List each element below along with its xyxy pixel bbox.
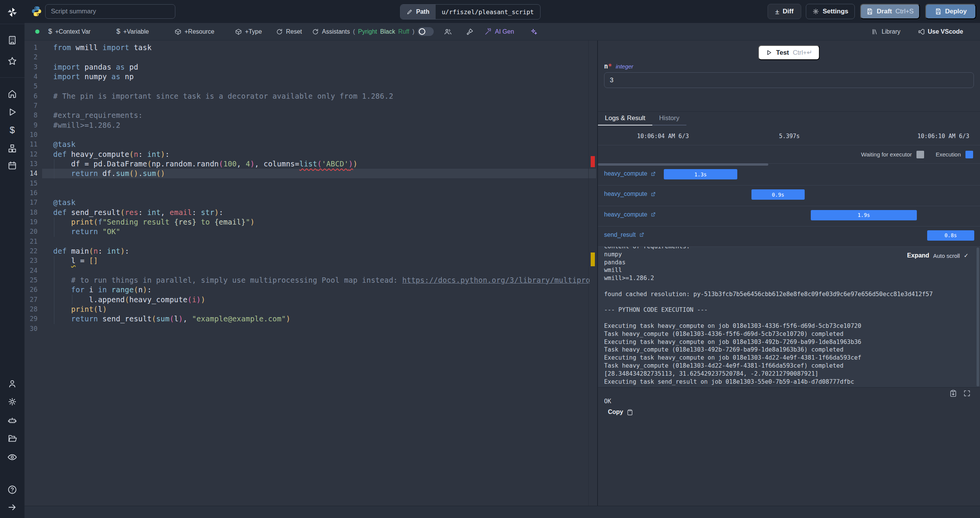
task-link[interactable]: heavy_compute (604, 211, 656, 218)
code-line[interactable]: return send_result(sum(l), "example@exam… (53, 314, 590, 324)
draft-button[interactable]: Draft Ctrl+S (860, 4, 920, 19)
use-vscode-button[interactable]: Use VScode (918, 23, 963, 40)
add-resource-button[interactable]: +Resource (175, 23, 214, 40)
code-line[interactable] (53, 324, 590, 334)
sidebar-item-workers robot-icon[interactable] (7, 415, 17, 425)
line-number: 8 (24, 111, 38, 120)
line-number: 10 (24, 130, 38, 140)
tab-logs-result[interactable]: Logs & Result (598, 112, 652, 125)
log-line: pandas (604, 259, 980, 267)
code-line[interactable]: print(f"Sending result {res} to {email}"… (53, 217, 590, 227)
script-summary-input[interactable] (45, 4, 175, 19)
diff-button[interactable]: ± Diff (768, 4, 801, 19)
task-link[interactable]: heavy_compute (604, 191, 656, 197)
code-line[interactable]: # to run things in parallel, simply use … (53, 275, 590, 285)
windmill-logo-icon[interactable] (7, 7, 18, 18)
code-line[interactable]: import numpy as np (53, 72, 590, 81)
reset-button[interactable]: Reset (276, 23, 302, 40)
code-line[interactable]: @task (53, 198, 590, 207)
code-line[interactable]: return df.sum().sum() (53, 169, 590, 178)
autoscroll-toggle[interactable]: Auto scroll (933, 252, 960, 259)
code-content[interactable]: from wmill import task import pandas as … (53, 43, 590, 334)
sidebar-item-settings gear-icon[interactable] (7, 397, 17, 407)
line-number: 27 (24, 295, 38, 305)
sidebar-item-audit eye-icon[interactable] (7, 452, 17, 462)
code-line[interactable] (53, 266, 590, 275)
code-line[interactable]: print(l) (53, 305, 590, 314)
legend-waiting-swatch (916, 151, 924, 158)
log-line: content of requirements: (604, 247, 980, 251)
sidebar-item-workspace building-icon[interactable] (7, 35, 17, 45)
code-line[interactable]: #wmill>=1.286.2 (53, 121, 590, 130)
argument-label: n* integer (604, 62, 633, 70)
code-line[interactable] (53, 52, 590, 62)
code-line[interactable]: df = pd.DataFrame(np.random.randn(100, 4… (53, 159, 590, 169)
code-line[interactable]: import pandas as pd (53, 62, 590, 72)
timeline-legend: Waiting for executor Execution (598, 145, 980, 164)
argument-n-input[interactable] (604, 72, 974, 88)
sidebar-item-schedules calendar-icon[interactable] (7, 161, 17, 171)
code-line[interactable]: # The pin is important since task is a d… (53, 91, 590, 101)
copy-result-icon[interactable] (949, 389, 957, 397)
expand-logs-button[interactable]: Expand (907, 252, 929, 259)
save-icon (866, 8, 873, 15)
code-line[interactable]: @task (53, 140, 590, 149)
task-link[interactable]: send_result (604, 231, 645, 238)
test-button[interactable]: Test Ctrl+↵ (758, 45, 820, 60)
code-line[interactable]: def send_result(res: int, email: str): (53, 208, 590, 217)
collapse-sidebar arrow-right-icon[interactable] (7, 502, 17, 512)
format-icon[interactable] (466, 23, 474, 40)
users-icon[interactable] (444, 23, 452, 40)
code-line[interactable]: from wmill import task (53, 43, 590, 52)
help-icon[interactable] (7, 485, 17, 495)
add-type-button[interactable]: +Type (235, 23, 262, 40)
logs-scrollbar[interactable] (977, 248, 979, 386)
sidebar-item-runs play-icon[interactable] (7, 107, 17, 117)
assistants-button[interactable]: Assistants (PyrightBlackRuff) (312, 23, 415, 40)
sidebar-item-resources boxes-icon[interactable] (7, 143, 17, 153)
code-line[interactable]: return "OK" (53, 227, 590, 236)
code-line[interactable] (53, 81, 590, 91)
line-number: 19 (24, 217, 38, 227)
diff-mode-toggle[interactable] (418, 23, 434, 40)
ai-gen-button[interactable]: AI Gen (485, 23, 514, 40)
deploy-button[interactable]: Deploy (925, 4, 976, 19)
code-line[interactable] (53, 130, 590, 140)
sidebar-item-variables dollar-icon[interactable]: $ (7, 125, 17, 135)
execution-bar[interactable]: 1.3s (664, 169, 737, 179)
sidebar-item-folders folder-icon[interactable] (7, 433, 17, 443)
add-variable-button[interactable]: $+Variable (116, 23, 149, 40)
line-number: 15 (24, 179, 38, 188)
code-line[interactable]: #extra_requirements: (53, 111, 590, 120)
code-line[interactable] (53, 237, 590, 246)
code-line[interactable]: l = [] (53, 256, 590, 266)
library-button[interactable]: Library (872, 23, 900, 40)
clipboard-icon (627, 409, 633, 415)
line-number: 1 (24, 43, 38, 52)
sidebar-item-account person-icon[interactable] (7, 379, 17, 389)
code-line[interactable]: l.append(heavy_compute(i)) (53, 295, 590, 305)
code-line[interactable] (53, 188, 590, 198)
legend-waiting-label: Waiting for executor (861, 151, 912, 158)
sidebar-item-favorites star-icon[interactable] (7, 56, 17, 66)
tab-history[interactable]: History (652, 112, 686, 125)
sparkles-icon[interactable] (530, 23, 537, 40)
execution-bar[interactable]: 1.9s (811, 210, 917, 220)
code-line[interactable] (53, 179, 590, 188)
add-context-var-button[interactable]: $+Context Var (48, 23, 91, 40)
copy-button[interactable]: Copy (608, 409, 633, 415)
fullscreen-icon[interactable] (963, 389, 971, 397)
code-line[interactable]: def main(n: int): (53, 246, 590, 256)
settings-button[interactable]: Settings (806, 4, 855, 19)
sidebar-item-home home-icon[interactable] (7, 89, 17, 99)
path-button[interactable]: Path u/rfiszel/pleasant_script (400, 4, 541, 20)
code-line[interactable] (53, 101, 590, 111)
code-editor[interactable]: 1234567891011121314151617181920212223242… (24, 41, 597, 506)
logs-content: content of requirements:numpypandaswmill… (604, 247, 980, 386)
task-link[interactable]: heavy_compute (604, 170, 656, 177)
execution-bar[interactable]: 0.9s (751, 189, 805, 200)
code-line[interactable]: def heavy_compute(n: int): (53, 150, 590, 159)
execution-bar[interactable]: 0.8s (927, 230, 974, 241)
logs-viewport[interactable]: content of requirements:numpypandaswmill… (598, 247, 980, 388)
code-line[interactable]: for i in range(n): (53, 285, 590, 295)
